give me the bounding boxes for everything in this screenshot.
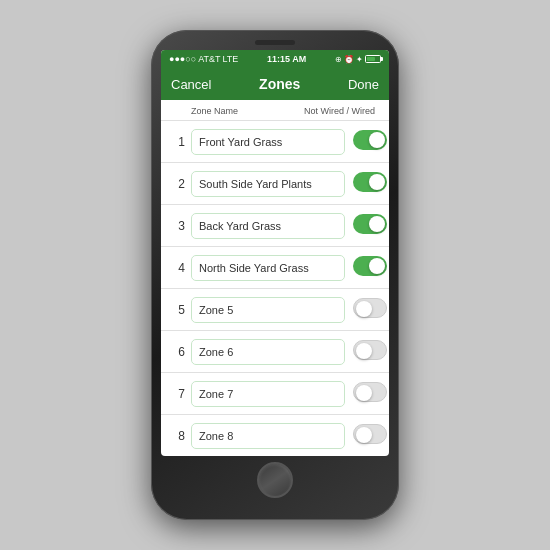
toggle-knob [356,343,372,359]
cancel-button[interactable]: Cancel [171,77,211,92]
zone-number: 5 [169,303,185,317]
zone-row: 8 [161,415,389,456]
toggle-knob [369,258,385,274]
toggle-off[interactable] [353,298,387,318]
toggle-on[interactable] [353,130,387,150]
zone-toggle[interactable] [353,298,387,322]
zone-toggle[interactable] [353,382,387,406]
zone-number: 6 [169,345,185,359]
zone-row: 5 [161,289,389,331]
zone-number: 8 [169,429,185,443]
bluetooth-icon: ✦ [356,55,363,64]
zone-name-input[interactable] [191,129,345,155]
location-icon: ⊕ [335,55,342,64]
carrier-label: AT&T [198,54,220,64]
status-right: ⊕ ⏰ ✦ [335,55,381,64]
status-left: ●●●○○ AT&T LTE [169,54,238,64]
toggle-on[interactable] [353,172,387,192]
toggle-knob [356,427,372,443]
column-header: Zone Name Not Wired / Wired [161,100,389,121]
toggle-off[interactable] [353,382,387,402]
toggle-knob [369,132,385,148]
zone-number: 3 [169,219,185,233]
zone-name-input[interactable] [191,381,345,407]
alarm-icon: ⏰ [344,55,354,64]
zone-number: 2 [169,177,185,191]
zone-row: 2 [161,163,389,205]
zones-list: 12345678 [161,121,389,456]
zone-name-input[interactable] [191,213,345,239]
zone-toggle[interactable] [353,214,387,238]
battery-icon [365,55,381,63]
zone-name-input[interactable] [191,423,345,449]
toggle-knob [369,174,385,190]
zone-row: 1 [161,121,389,163]
network-label: LTE [223,54,239,64]
status-time: 11:15 AM [267,54,306,64]
zone-number: 4 [169,261,185,275]
signal-dots: ●●●○○ [169,54,196,64]
toggle-knob [356,385,372,401]
zone-name-input[interactable] [191,255,345,281]
battery-fill [367,57,375,61]
zone-name-input[interactable] [191,297,345,323]
zone-row: 7 [161,373,389,415]
zone-toggle[interactable] [353,130,387,154]
zone-row: 3 [161,205,389,247]
status-bar: ●●●○○ AT&T LTE 11:15 AM ⊕ ⏰ ✦ [161,50,389,68]
zone-toggle[interactable] [353,340,387,364]
toggle-off[interactable] [353,340,387,360]
zone-number: 7 [169,387,185,401]
nav-title: Zones [259,76,300,92]
zone-row: 4 [161,247,389,289]
zone-name-input[interactable] [191,339,345,365]
speaker [255,40,295,45]
toggle-off[interactable] [353,424,387,444]
toggle-knob [369,216,385,232]
zone-row: 6 [161,331,389,373]
content-area: Zone Name Not Wired / Wired 12345678 [161,100,389,456]
nav-bar: Cancel Zones Done [161,68,389,100]
zone-name-input[interactable] [191,171,345,197]
zone-name-column-label: Zone Name [191,106,238,116]
zone-toggle[interactable] [353,172,387,196]
toggle-on[interactable] [353,214,387,234]
done-button[interactable]: Done [348,77,379,92]
zone-toggle[interactable] [353,424,387,448]
zone-toggle[interactable] [353,256,387,280]
toggle-on[interactable] [353,256,387,276]
phone-frame: ●●●○○ AT&T LTE 11:15 AM ⊕ ⏰ ✦ Cancel Zon… [151,30,399,520]
wiring-column-label: Not Wired / Wired [304,106,375,116]
toggle-knob [356,301,372,317]
phone-screen: ●●●○○ AT&T LTE 11:15 AM ⊕ ⏰ ✦ Cancel Zon… [161,50,389,456]
home-button[interactable] [257,462,293,498]
zone-number: 1 [169,135,185,149]
